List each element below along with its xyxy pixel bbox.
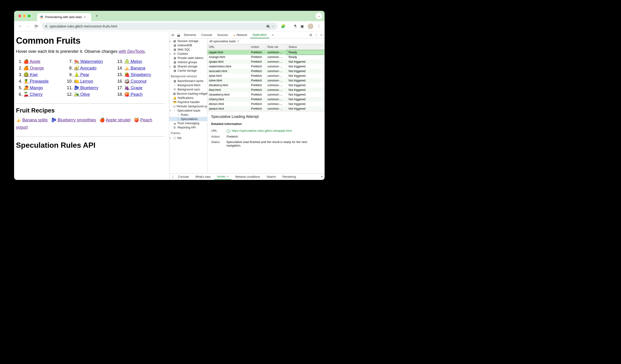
fruit-link[interactable]: 🥑 Avocado	[74, 66, 97, 70]
fruit-link[interactable]: 🍎 Apple	[23, 59, 40, 64]
new-tab-button[interactable]: +	[93, 13, 100, 19]
settings-gear-icon[interactable]: ⚙	[309, 33, 312, 37]
device-mode-icon[interactable]: ⬓	[176, 33, 181, 37]
detail-url-value[interactable]: https://speculative-rules.glitch.me/appl…	[227, 129, 292, 133]
drawer-tab[interactable]: Rendering	[280, 174, 299, 179]
intro-link[interactable]: with DevTools	[119, 49, 145, 54]
close-drawer-icon[interactable]: ×	[321, 175, 323, 178]
fruit-link[interactable]: 🥥 Coconut	[124, 79, 146, 84]
drawer-tab[interactable]: What's new	[193, 174, 213, 179]
fruit-link[interactable]: 🍊 Orange	[23, 66, 44, 70]
fruit-link[interactable]: 🍒 Cherry	[23, 92, 43, 97]
devtools-tab-elements[interactable]: Elements	[182, 32, 198, 38]
fruit-link[interactable]: 🍍 Pineapple	[23, 79, 49, 84]
table-row[interactable]: /cherry.htmlPrefetchcommon-…Not triggere…	[207, 97, 325, 102]
table-row[interactable]: /lemon.htmlPrefetchcommon-…Not triggered	[207, 102, 325, 106]
recipe-link[interactable]: Banana splits	[22, 118, 48, 122]
table-row[interactable]: /avocado.htmlPrefetchcommon-…Not trigger…	[207, 69, 325, 73]
sidebar-item[interactable]: ▦Bounce tracking mitigations	[169, 92, 207, 96]
close-tab-icon[interactable]: ×	[84, 15, 86, 19]
close-window-button[interactable]	[18, 15, 21, 17]
fruit-link[interactable]: 🍈 Melon	[124, 59, 142, 64]
fruit-link[interactable]: 🍇 Grape	[124, 86, 142, 90]
sidebar-item[interactable]: ◷Periodic background sync	[169, 104, 207, 108]
forward-button[interactable]: →	[26, 24, 31, 29]
devtools-tab-sources[interactable]: Sources	[215, 32, 230, 38]
table-row[interactable]: /peach.htmlPrefetchcommon-…Not triggered	[207, 106, 325, 111]
sidebar-item[interactable]: ▦Web SQL	[169, 47, 207, 52]
fruit-link[interactable]: 🫒 Olive	[74, 92, 90, 97]
table-header[interactable]: Status	[287, 44, 325, 50]
more-tabs[interactable]: »	[270, 32, 276, 38]
fruit-link[interactable]: 🥝 Kiwi	[23, 72, 37, 77]
fruit-link[interactable]: 🥭 Mango	[23, 86, 43, 90]
sidebar-item[interactable]: ↕Rules	[169, 113, 207, 117]
extensions-icon[interactable]: 🧩	[281, 24, 286, 28]
bookmark-star-icon[interactable]: ☆	[272, 24, 275, 28]
table-row[interactable]: /olive.htmlPrefetchcommon-…Not triggered	[207, 78, 325, 83]
table-row[interactable]: /orange.htmlPrefetchcommon-…Ready	[207, 55, 325, 59]
table-header[interactable]: Rule set	[266, 44, 287, 50]
fruit-link[interactable]: 🍓 Strawberry	[124, 72, 151, 77]
experiments-icon[interactable]: ⚗	[293, 24, 297, 28]
recipe-link[interactable]: Blueberry smoothies	[58, 118, 96, 122]
drawer-tab[interactable]: Search	[264, 174, 279, 179]
fruit-link[interactable]: 🍋 Lemon	[74, 79, 93, 84]
close-devtools-icon[interactable]: ×	[320, 33, 322, 37]
sidebar-item[interactable]: ▦Interest groups	[169, 60, 207, 64]
drawer-tab[interactable]: Console	[175, 174, 192, 179]
fruit-link[interactable]: 🍑 Peach	[124, 92, 143, 97]
table-row[interactable]: /blueberry.htmlPrefetchcommon-…Not trigg…	[207, 83, 325, 87]
devices-icon[interactable]: ▣	[300, 24, 304, 28]
sidebar-item[interactable]: ↕Speculations	[169, 117, 207, 121]
browser-menu-icon[interactable]: ⋮	[317, 24, 321, 28]
table-row[interactable]: /grape.htmlPrefetchcommon-…Not triggered	[207, 59, 325, 64]
sidebar-item[interactable]: ☁Push messaging	[169, 121, 207, 125]
table-row[interactable]: /watermelon.htmlPrefetchcommon-…Not trig…	[207, 64, 325, 69]
table-row[interactable]: /apple.htmlPrefetchcommon-…Ready	[207, 50, 325, 55]
speculations-filter[interactable]: All speculative loads	[207, 38, 325, 44]
back-button[interactable]: ←	[18, 24, 22, 29]
close-drawer-tab-icon[interactable]: ×	[227, 175, 228, 178]
table-row[interactable]: /pear.htmlPrefetchcommon-…Not triggered	[207, 73, 325, 78]
sidebar-item[interactable]: ▦Shared storage	[169, 64, 207, 69]
fruit-link[interactable]: 🍌 Banana	[124, 66, 145, 70]
recipe-link[interactable]: Apple strudel	[106, 118, 130, 122]
devtools-tab-console[interactable]: Console	[199, 32, 214, 38]
sidebar-item[interactable]: ▦IndexedDB	[169, 43, 207, 47]
browser-tab[interactable]: 🎏 Prerendering with web-vitals ×	[37, 13, 91, 21]
table-row[interactable]: /strawberry.htmlPrefetchcommon-…Not trig…	[207, 92, 325, 97]
maximize-window-button[interactable]	[28, 15, 31, 17]
devtools-tab-application[interactable]: Application	[250, 32, 269, 38]
sidebar-item[interactable]: ⟳Background sync	[169, 87, 207, 92]
fruit-link[interactable]: 🍐 Pear	[74, 72, 89, 77]
sidebar-item[interactable]: ↕Background fetch	[169, 83, 207, 87]
devtools-menu-icon[interactable]: ⋮	[315, 33, 318, 37]
sidebar-item[interactable]: 🗎Reporting API	[169, 125, 207, 130]
table-row[interactable]: /kiwi.htmlPrefetchcommon-…Not triggered	[207, 87, 325, 92]
sidebar-item[interactable]: 🔔Notifications	[169, 96, 207, 100]
reload-button[interactable]: ⟳	[34, 24, 38, 29]
address-bar[interactable]: ⚙ speculative-rules.glitch.me/common-fru…	[42, 22, 278, 30]
table-header[interactable]: Action	[249, 44, 266, 50]
sidebar-item[interactable]: ▦Private state tokens	[169, 56, 207, 60]
sidebar-item[interactable]: ▦Session storage	[169, 39, 207, 43]
drawer-tab[interactable]: Issues×	[214, 174, 231, 180]
fruit-link[interactable]: 🫐 Blueberry	[74, 86, 98, 90]
devtools-tab-network[interactable]: Network	[231, 32, 250, 38]
sidebar-item[interactable]: ▦Cache storage	[169, 69, 207, 73]
sidebar-item[interactable]: 💳Payment handler	[169, 100, 207, 104]
sidebar-item[interactable]: ↕Speculative loads	[169, 108, 207, 113]
profile-avatar[interactable]	[308, 23, 313, 29]
sidebar-item[interactable]: ⚙Cookies	[169, 52, 207, 56]
site-settings-icon[interactable]: ⚙	[45, 24, 48, 28]
sidebar-item[interactable]: ▦Back/forward cache	[169, 79, 207, 83]
tab-overflow-button[interactable]: ⌄	[316, 13, 322, 19]
eye-off-icon[interactable]: 👁‍🗨	[266, 24, 270, 28]
drawer-tab[interactable]: Network conditions	[233, 174, 263, 179]
sidebar-item[interactable]: ▢top	[169, 136, 207, 140]
drawer-menu-icon[interactable]: ⋮	[171, 175, 174, 178]
inspect-icon[interactable]: ⯐	[170, 33, 175, 37]
table-header[interactable]: URL	[207, 44, 249, 50]
fruit-link[interactable]: 🍉 Watermelon	[74, 59, 103, 64]
